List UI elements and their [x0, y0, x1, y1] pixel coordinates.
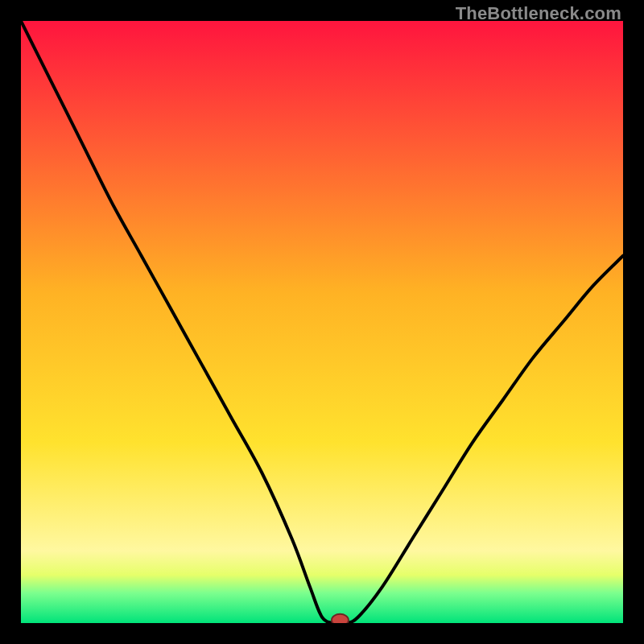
chart-frame: TheBottleneck.com [0, 0, 644, 644]
gradient-background [21, 21, 623, 623]
watermark-text: TheBottleneck.com [456, 3, 621, 24]
bottleneck-chart [21, 21, 623, 623]
optimal-point-marker [332, 614, 349, 623]
